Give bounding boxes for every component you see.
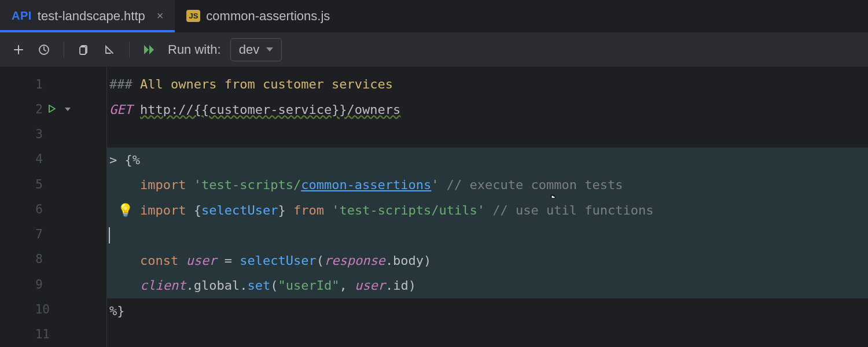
gutter-line: 1 xyxy=(0,72,106,97)
keyword: const xyxy=(140,253,178,268)
gutter-line: 4 xyxy=(0,147,106,172)
gutter-line: 9 xyxy=(0,272,106,297)
identifier: response xyxy=(324,253,385,268)
code-line: 💡 import {selectUser} from 'test-scripts… xyxy=(107,198,868,223)
code-line: > {% xyxy=(107,147,868,173)
comma: , xyxy=(339,278,355,293)
http-method: GET xyxy=(109,102,133,117)
plus-icon xyxy=(13,44,24,56)
identifier: client xyxy=(140,278,186,293)
code-line: ### All owners from customer services xyxy=(107,72,868,97)
http-url[interactable]: http://{{customer-service}}/owners xyxy=(140,102,400,117)
environment-value: dev xyxy=(239,42,259,57)
toolbar-divider xyxy=(64,42,64,58)
code-editor[interactable]: 1 2 3 4 5 6 7 8 9 10 11 ### All owners f… xyxy=(0,67,868,347)
history-button[interactable] xyxy=(32,38,56,61)
tab-label: test-landscape.http xyxy=(38,9,145,24)
brace: { xyxy=(194,203,201,217)
add-request-button[interactable] xyxy=(7,38,30,61)
section-title: All owners from customer services xyxy=(140,77,393,91)
script-close: %} xyxy=(109,304,125,318)
paren: ( xyxy=(317,253,324,268)
tab-label: common-assertions.js xyxy=(206,9,330,24)
section-marker: ### xyxy=(109,77,140,91)
run-with-label: Run with: xyxy=(168,42,221,57)
keyword: from xyxy=(293,203,324,217)
string: ' xyxy=(431,178,439,192)
code-line: client.global.set("userId", user.id) xyxy=(107,273,868,298)
import-button[interactable] xyxy=(98,38,121,61)
brace: } xyxy=(278,203,285,217)
method: set xyxy=(247,278,270,293)
identifier: selectUser xyxy=(201,203,278,217)
tab-common-assertions[interactable]: JS common-assertions.js xyxy=(175,0,341,32)
gutter-line: 6 xyxy=(0,197,106,222)
import-link[interactable]: common-assertions xyxy=(301,178,431,192)
close-icon[interactable]: × xyxy=(157,9,164,23)
comment: // execute common tests xyxy=(447,178,623,192)
line-number: 2 xyxy=(35,102,43,116)
gutter-line: 7 xyxy=(0,222,106,247)
gutter-line: 2 xyxy=(0,97,106,121)
keyword: import xyxy=(140,203,186,217)
string: 'test-scripts/ xyxy=(194,178,301,192)
code-line-caret xyxy=(107,223,868,248)
paren: ( xyxy=(270,278,278,293)
chevron-down-icon xyxy=(266,47,273,51)
code-area[interactable]: ### All owners from customer services GE… xyxy=(107,67,868,347)
code-line: const user = selectUser(response.body) xyxy=(107,248,868,274)
http-toolbar: Run with: dev xyxy=(0,32,868,67)
code-line xyxy=(107,323,868,347)
gutter-line: 10 xyxy=(0,297,106,322)
operator: = xyxy=(216,253,240,268)
func-call: selectUser xyxy=(240,253,316,268)
tab-test-landscape[interactable]: API test-landscape.http × xyxy=(0,0,175,32)
comment: // use util functions xyxy=(492,203,653,217)
property: .body) xyxy=(385,253,431,268)
api-file-icon: API xyxy=(12,9,32,23)
gutter-line: 8 xyxy=(0,247,106,272)
examples-button[interactable] xyxy=(72,38,95,61)
copy-icon xyxy=(78,44,90,56)
code-line: %} xyxy=(107,298,868,324)
keyword: import xyxy=(140,178,186,192)
gutter-line: 5 xyxy=(0,172,106,197)
gutter-line: 3 xyxy=(0,122,106,147)
intention-bulb-icon[interactable]: 💡 xyxy=(117,203,133,217)
text-caret xyxy=(109,227,110,243)
environment-select[interactable]: dev xyxy=(230,38,282,61)
double-play-icon xyxy=(143,44,156,56)
clock-icon xyxy=(38,44,50,56)
identifier: user xyxy=(355,278,385,293)
js-file-icon: JS xyxy=(186,10,200,22)
run-all-button[interactable] xyxy=(138,38,161,61)
string: "userId" xyxy=(278,278,339,293)
variable: user xyxy=(186,253,216,268)
code-line: import 'test-scripts/common-assertions' … xyxy=(107,172,868,198)
chevron-down-icon[interactable] xyxy=(65,108,71,111)
run-gutter-icon[interactable] xyxy=(47,102,57,116)
script-open: > {% xyxy=(109,153,140,167)
property: .global. xyxy=(186,278,247,293)
code-line xyxy=(107,122,868,147)
svg-rect-2 xyxy=(80,47,86,54)
code-line: GET http://{{customer-service}}/owners xyxy=(107,97,868,123)
string: 'test-scripts/utils' xyxy=(332,203,485,217)
gutter-line: 11 xyxy=(0,322,106,347)
editor-tabs: API test-landscape.http × JS common-asse… xyxy=(0,0,868,32)
toolbar-divider xyxy=(129,42,130,58)
property: .id) xyxy=(385,278,416,293)
import-icon xyxy=(104,44,115,56)
line-gutter: 1 2 3 4 5 6 7 8 9 10 11 xyxy=(0,67,107,347)
